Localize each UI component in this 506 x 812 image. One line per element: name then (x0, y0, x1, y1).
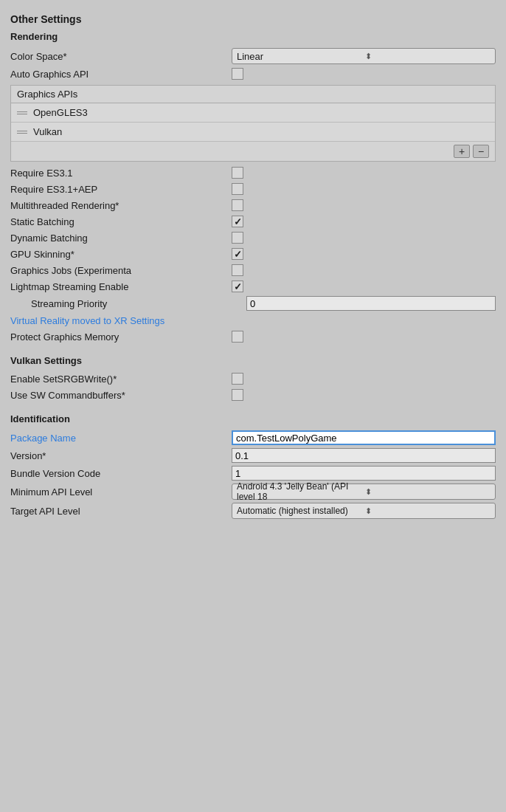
require-es31-row: Require ES3.1 (10, 165, 496, 181)
lightmap-streaming-label: Lightmap Streaming Enable (10, 281, 232, 292)
protect-graphics-memory-row: Protect Graphics Memory (10, 328, 496, 345)
static-batching-row: Static Batching (10, 213, 496, 230)
static-batching-checkbox[interactable] (232, 216, 243, 227)
minimum-api-level-row: Minimum API Level Android 4.3 'Jelly Bea… (10, 482, 496, 501)
graphics-jobs-control (232, 264, 496, 276)
color-space-dropdown[interactable]: Linear ⬍ (232, 48, 496, 64)
streaming-priority-control (246, 296, 496, 311)
add-api-button[interactable]: + (454, 145, 470, 158)
require-es31-aep-row: Require ES3.1+AEP (10, 181, 496, 197)
opengles3-drag-handle (17, 111, 27, 114)
require-es31-control (232, 167, 496, 179)
require-es31-aep-checkbox[interactable] (232, 183, 243, 195)
graphics-api-item-vulkan[interactable]: Vulkan (11, 123, 495, 142)
vulkan-section-title: Vulkan Settings (10, 355, 496, 366)
bundle-version-code-input[interactable] (232, 466, 496, 481)
vr-xr-link[interactable]: Virtual Reality moved to XR Settings (10, 315, 164, 326)
package-name-row: Package Name (10, 429, 496, 447)
color-space-value: Linear (237, 51, 362, 62)
streaming-priority-input[interactable] (246, 296, 496, 311)
identification-section-title: Identification (10, 413, 496, 424)
lightmap-streaming-row: Lightmap Streaming Enable (10, 278, 496, 295)
minimum-api-level-arrow-icon: ⬍ (365, 487, 491, 497)
gpu-skinning-checkbox[interactable] (232, 248, 243, 260)
plus-icon: + (459, 145, 465, 157)
target-api-level-control: Automatic (highest installed) ⬍ (232, 503, 496, 519)
graphics-jobs-checkbox[interactable] (232, 264, 243, 276)
dynamic-batching-control (232, 232, 496, 244)
color-space-label: Color Space* (10, 51, 232, 62)
target-api-level-dropdown[interactable]: Automatic (highest installed) ⬍ (232, 503, 496, 519)
gpu-skinning-label: GPU Skinning* (10, 249, 232, 260)
dynamic-batching-checkbox[interactable] (232, 232, 243, 244)
opengles3-label: OpenGLES3 (33, 107, 88, 118)
protect-graphics-memory-control (232, 331, 496, 343)
require-es31-checkbox[interactable] (232, 167, 243, 179)
lightmap-streaming-control (232, 281, 496, 292)
dynamic-batching-row: Dynamic Batching (10, 230, 496, 246)
minimum-api-level-dropdown[interactable]: Android 4.3 'Jelly Bean' (API level 18 ⬍ (232, 484, 496, 500)
target-api-level-value: Automatic (highest installed) (237, 506, 362, 516)
version-label: Version* (10, 450, 232, 461)
enable-srgb-label: Enable SetSRGBWrite()* (10, 374, 232, 385)
static-batching-label: Static Batching (10, 216, 232, 227)
graphics-apis-header: Graphics APIs (11, 86, 495, 103)
minimum-api-level-value: Android 4.3 'Jelly Bean' (API level 18 (237, 481, 362, 502)
gpu-skinning-control (232, 248, 496, 260)
graphics-api-item-opengles3[interactable]: OpenGLES3 (11, 103, 495, 123)
vr-link-row: Virtual Reality moved to XR Settings (10, 312, 496, 328)
auto-graphics-api-row: Auto Graphics API (10, 66, 496, 82)
gpu-skinning-row: GPU Skinning* (10, 246, 496, 262)
color-space-control: Linear ⬍ (232, 48, 496, 64)
package-name-input[interactable] (232, 430, 496, 445)
rendering-section-title: Rendering (10, 31, 496, 42)
target-api-level-arrow-icon: ⬍ (365, 506, 491, 516)
version-control (232, 448, 496, 463)
vulkan-label: Vulkan (33, 126, 62, 137)
protect-graphics-memory-label: Protect Graphics Memory (10, 331, 232, 343)
target-api-level-label: Target API Level (10, 506, 232, 517)
sw-commandbuffers-control (232, 389, 496, 401)
multithreaded-rendering-checkbox[interactable] (232, 199, 243, 211)
static-batching-control (232, 216, 496, 227)
require-es31-label: Require ES3.1 (10, 168, 232, 179)
bundle-version-code-control (232, 466, 496, 481)
multithreaded-rendering-row: Multithreaded Rendering* (10, 197, 496, 213)
graphics-api-buttons: + − (11, 142, 495, 161)
graphics-apis-box: Graphics APIs OpenGLES3 Vulkan + − (10, 85, 496, 162)
enable-srgb-checkbox[interactable] (232, 373, 243, 385)
minimum-api-level-label: Minimum API Level (10, 486, 232, 498)
package-name-control (232, 430, 496, 445)
streaming-priority-label: Streaming Priority (10, 298, 246, 309)
spacing-1 (10, 345, 496, 352)
minimum-api-level-control: Android 4.3 'Jelly Bean' (API level 18 ⬍ (232, 484, 496, 500)
enable-srgb-row: Enable SetSRGBWrite()* (10, 371, 496, 387)
protect-graphics-memory-checkbox[interactable] (232, 331, 243, 343)
require-es31-aep-control (232, 183, 496, 195)
target-api-level-row: Target API Level Automatic (highest inst… (10, 501, 496, 520)
auto-graphics-api-control (232, 68, 496, 80)
settings-panel: Other Settings Rendering Color Space* Li… (0, 0, 506, 528)
spacing-2 (10, 403, 496, 410)
auto-graphics-api-checkbox[interactable] (232, 68, 243, 80)
graphics-jobs-label: Graphics Jobs (Experimenta (10, 265, 232, 276)
package-name-label: Package Name (10, 433, 232, 444)
dynamic-batching-label: Dynamic Batching (10, 233, 232, 244)
sw-commandbuffers-checkbox[interactable] (232, 389, 243, 401)
lightmap-streaming-checkbox[interactable] (232, 281, 243, 292)
bundle-version-code-row: Bundle Version Code (10, 464, 496, 482)
version-row: Version* (10, 447, 496, 464)
version-input[interactable] (232, 448, 496, 463)
sw-commandbuffers-label: Use SW Commandbuffers* (10, 390, 232, 401)
auto-graphics-api-label: Auto Graphics API (10, 69, 232, 80)
minus-icon: − (478, 145, 484, 157)
color-space-arrow-icon: ⬍ (365, 52, 491, 61)
multithreaded-rendering-label: Multithreaded Rendering* (10, 200, 232, 211)
remove-api-button[interactable]: − (473, 145, 489, 158)
page-title: Other Settings (10, 13, 496, 25)
bundle-version-code-label: Bundle Version Code (10, 468, 232, 479)
sw-commandbuffers-row: Use SW Commandbuffers* (10, 387, 496, 403)
streaming-priority-row: Streaming Priority (10, 295, 496, 312)
color-space-row: Color Space* Linear ⬍ (10, 47, 496, 66)
multithreaded-rendering-control (232, 199, 496, 211)
